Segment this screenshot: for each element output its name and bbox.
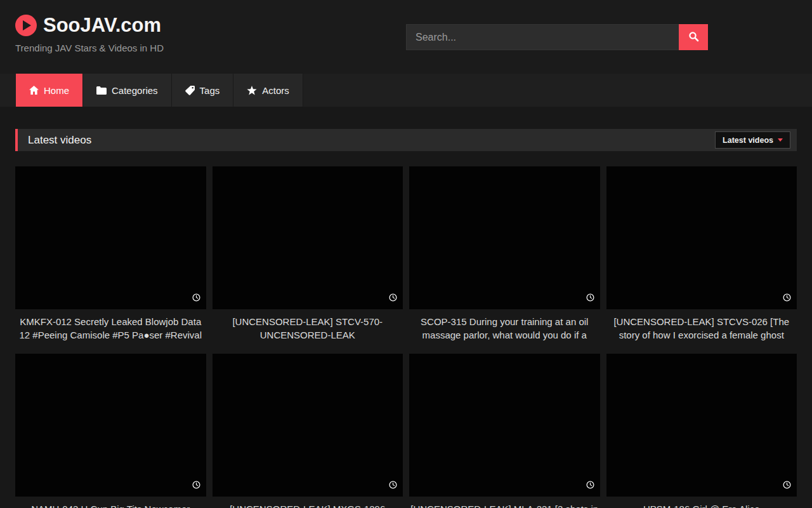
video-card[interactable]: [UNCENSORED-LEAK] STCV-570-UNCENSORED-LE… — [213, 166, 403, 342]
clock-icon — [192, 480, 200, 491]
magnifier-icon — [688, 31, 699, 44]
video-title[interactable]: KMKFX-012 Secretly Leaked Blowjob Data 1… — [15, 315, 206, 342]
video-title[interactable]: [UNCENSORED-LEAK] MLA-231 [3 shots in — [409, 502, 600, 508]
video-thumbnail[interactable] — [409, 354, 600, 497]
nav-item-label: Tags — [200, 85, 220, 96]
video-thumbnail[interactable] — [213, 166, 403, 309]
video-thumbnail[interactable] — [15, 166, 206, 309]
site-title: SooJAV.com — [43, 14, 161, 37]
video-title[interactable]: UPSM-186 Girl @ Era Alice — [606, 502, 797, 508]
video-title[interactable]: [UNCENSORED-LEAK] STCV-570-UNCENSORED-LE… — [213, 315, 403, 342]
nav-item-tags[interactable]: Tags — [172, 74, 234, 107]
video-thumbnail[interactable] — [606, 354, 797, 497]
video-title[interactable]: [UNCENSORED-LEAK] STCVS-026 [The story o… — [606, 315, 797, 342]
clock-icon — [586, 480, 594, 491]
search-form — [406, 24, 708, 50]
folder-icon — [96, 86, 107, 95]
section-title: Latest videos — [28, 134, 91, 147]
video-card[interactable]: [UNCENSORED-LEAK] MLA-231 [3 shots in — [409, 354, 600, 508]
nav-item-label: Categories — [112, 85, 158, 96]
site-header: SooJAV.com Trending JAV Stars & Videos i… — [0, 0, 812, 74]
site-logo[interactable]: SooJAV.com — [15, 14, 164, 37]
main-nav: Home Categories Tags Actors — [0, 74, 812, 107]
video-title[interactable]: SCOP-315 During your training at an oil … — [409, 315, 600, 342]
clock-icon — [389, 480, 397, 491]
chevron-down-icon — [778, 138, 783, 142]
video-card[interactable]: [UNCENSORED-LEAK] MXGS-1296 Absolutely — [213, 354, 403, 508]
nav-item-categories[interactable]: Categories — [83, 74, 172, 107]
brand: SooJAV.com Trending JAV Stars & Videos i… — [15, 14, 164, 53]
star-icon — [247, 86, 257, 95]
clock-icon — [783, 293, 791, 304]
video-thumbnail[interactable] — [409, 166, 600, 309]
clock-icon — [783, 480, 791, 491]
section-header: Latest videos Latest videos — [15, 129, 797, 151]
site-tagline: Trending JAV Stars & Videos in HD — [15, 43, 164, 53]
tag-icon — [185, 86, 195, 95]
search-input[interactable] — [406, 24, 679, 50]
main-content: Latest videos Latest videos KMKFX-012 Se… — [0, 107, 812, 508]
video-thumbnail[interactable] — [213, 354, 403, 497]
clock-icon — [586, 293, 594, 304]
home-icon — [29, 86, 39, 95]
nav-item-label: Actors — [262, 85, 289, 96]
video-card[interactable]: SCOP-315 During your training at an oil … — [409, 166, 600, 342]
clock-icon — [389, 293, 397, 304]
video-thumbnail[interactable] — [15, 354, 206, 497]
video-card[interactable]: KMKFX-012 Secretly Leaked Blowjob Data 1… — [15, 166, 206, 342]
video-title[interactable]: NAMH-043 H Cup Big Tits Newcomer (170cm … — [15, 502, 206, 508]
video-thumbnail[interactable] — [606, 166, 797, 309]
clock-icon — [192, 293, 200, 304]
search-button[interactable] — [679, 24, 708, 50]
video-card[interactable]: NAMH-043 H Cup Big Tits Newcomer (170cm … — [15, 354, 206, 508]
video-title[interactable]: [UNCENSORED-LEAK] MXGS-1296 Absolutely — [213, 502, 403, 508]
video-grid: KMKFX-012 Secretly Leaked Blowjob Data 1… — [15, 166, 797, 508]
play-logo-icon — [15, 15, 37, 36]
sort-dropdown-label: Latest videos — [723, 136, 773, 145]
nav-item-home[interactable]: Home — [16, 74, 83, 107]
video-card[interactable]: UPSM-186 Girl @ Era Alice — [606, 354, 797, 508]
video-card[interactable]: [UNCENSORED-LEAK] STCVS-026 [The story o… — [606, 166, 797, 342]
sort-dropdown[interactable]: Latest videos — [715, 131, 790, 149]
nav-item-actors[interactable]: Actors — [233, 74, 303, 107]
nav-item-label: Home — [44, 85, 69, 96]
